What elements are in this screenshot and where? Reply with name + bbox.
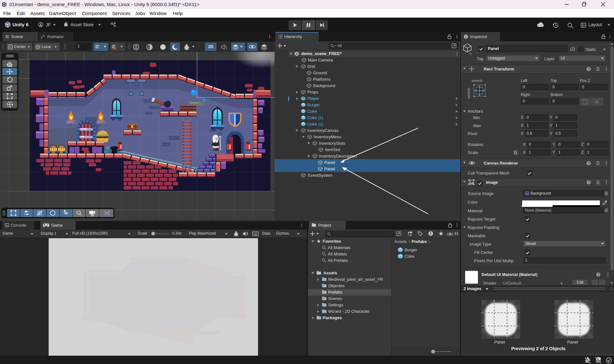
svg-text:Y: Y: [98, 47, 100, 49]
svg-text:R: R: [595, 100, 598, 105]
svg-text:?: ?: [588, 181, 590, 184]
svg-text:?: ?: [588, 161, 590, 165]
svg-text:?: ?: [588, 67, 590, 71]
svg-text:?: ?: [598, 273, 600, 276]
